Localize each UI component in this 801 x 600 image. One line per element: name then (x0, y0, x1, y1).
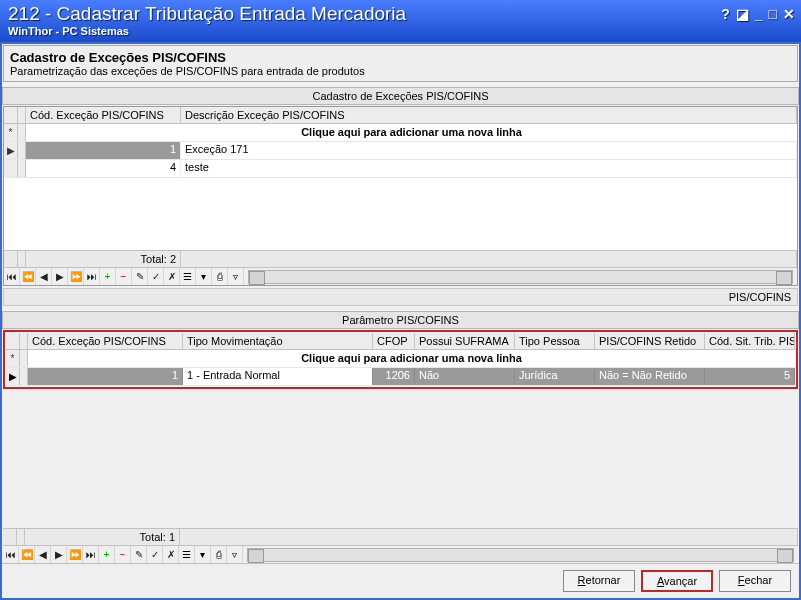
edit-icon[interactable]: ✎ (131, 546, 147, 563)
h-scrollbar[interactable] (247, 548, 794, 562)
funnel-icon[interactable]: ▿ (228, 268, 244, 285)
nextpage-icon[interactable]: ⏩ (67, 546, 83, 563)
print-icon[interactable]: ⎙ (211, 546, 227, 563)
close-icon[interactable]: ✕ (783, 6, 795, 22)
col-cfop[interactable]: CFOP (373, 333, 415, 349)
exceptions-grid: Cód. Exceção PIS/COFINS Descrição Exceçã… (3, 106, 798, 286)
minimize-icon[interactable]: _ (755, 6, 763, 22)
col-cst[interactable]: Cód. Sit. Trib. PIS/CO (705, 333, 795, 349)
col-code[interactable]: Cód. Exceção PIS/COFINS (26, 107, 181, 123)
dropdown-icon[interactable]: ▾ (196, 268, 212, 285)
window-titlebar: 212 - Cadastrar Tributação Entrada Merca… (0, 0, 801, 42)
edit-icon[interactable]: ✎ (132, 268, 148, 285)
params-highlight: Cód. Exceção PIS/COFINS Tipo Movimentaçã… (3, 330, 798, 389)
close-button[interactable]: Fechar (719, 570, 791, 592)
next-icon[interactable]: ▶ (51, 546, 67, 563)
piscofins-label: PIS/COFINS (729, 291, 791, 303)
registration-heading: Cadastro de Exceções PIS/COFINS (10, 50, 791, 65)
last-icon[interactable]: ⏭ (84, 268, 100, 285)
prevpage-icon[interactable]: ⏪ (19, 546, 35, 563)
check-icon[interactable]: ✓ (148, 268, 164, 285)
add-icon[interactable]: + (100, 268, 116, 285)
add-icon[interactable]: + (99, 546, 115, 563)
params-nav-bar: ⏮ ⏪ ◀ ▶ ⏩ ⏭ + − ✎ ✓ ✗ ☰ ▾ ⎙ ▿ (3, 545, 798, 563)
filter-icon[interactable]: ☰ (180, 268, 196, 285)
nextpage-icon[interactable]: ⏩ (68, 268, 84, 285)
exceptions-grid-footer: Total: 2 (4, 250, 797, 267)
first-icon[interactable]: ⏮ (3, 546, 19, 563)
params-grid-footer: Total: 1 (3, 528, 798, 545)
next-icon[interactable]: ▶ (52, 268, 68, 285)
prev-icon[interactable]: ◀ (36, 268, 52, 285)
col-code2[interactable]: Cód. Exceção PIS/COFINS (28, 333, 183, 349)
prevpage-icon[interactable]: ⏪ (20, 268, 36, 285)
next-button[interactable]: Avançar (641, 570, 713, 592)
first-icon[interactable]: ⏮ (4, 268, 20, 285)
col-suframa[interactable]: Possui SUFRAMA (415, 333, 515, 349)
help-icon[interactable]: ? (721, 6, 730, 22)
back-button[interactable]: Retornar (563, 570, 635, 592)
col-tipo-pessoa[interactable]: Tipo Pessoa (515, 333, 595, 349)
table-row[interactable]: ▶ 1 1 - Entrada Normal 1206 Não Jurídica… (6, 368, 795, 386)
col-retido[interactable]: PIS/COFINS Retido (595, 333, 705, 349)
registration-subheading: Parametrização das exceções de PIS/COFIN… (10, 65, 791, 77)
params-grid: Cód. Exceção PIS/COFINS Tipo Movimentaçã… (6, 333, 795, 386)
window-controls: ? ◪ _ □ ✕ (721, 6, 795, 22)
table-row[interactable]: 4 teste (4, 160, 797, 178)
params-grid-header: Cód. Exceção PIS/COFINS Tipo Movimentaçã… (6, 333, 795, 350)
cancel-icon[interactable]: ✗ (163, 546, 179, 563)
last-icon[interactable]: ⏭ (83, 546, 99, 563)
cancel-icon[interactable]: ✗ (164, 268, 180, 285)
window-subtitle: WinThor - PC Sistemas (8, 25, 793, 37)
config-icon[interactable]: ◪ (736, 6, 749, 22)
funnel-icon[interactable]: ▿ (227, 546, 243, 563)
registration-panel: Cadastro de Exceções PIS/COFINS Parametr… (3, 45, 798, 82)
prev-icon[interactable]: ◀ (35, 546, 51, 563)
exceptions-section-label: Cadastro de Exceções PIS/COFINS (2, 87, 799, 105)
action-buttons: Retornar Avançar Fechar (2, 563, 799, 598)
maximize-icon[interactable]: □ (769, 6, 777, 22)
exceptions-grid-body: * Clique aqui para adicionar uma nova li… (4, 124, 797, 178)
dropdown-icon[interactable]: ▾ (195, 546, 211, 563)
params-section-label: Parâmetro PIS/COFINS (2, 311, 799, 329)
client-area: Cadastro de Exceções PIS/COFINS Parametr… (0, 42, 801, 600)
new-row-placeholder[interactable]: * Clique aqui para adicionar uma nova li… (4, 124, 797, 142)
col-desc[interactable]: Descrição Exceção PIS/COFINS (181, 107, 797, 123)
table-row[interactable]: ▶ 1 Exceção 171 (4, 142, 797, 160)
delete-icon[interactable]: − (116, 268, 132, 285)
col-tipo-mov[interactable]: Tipo Movimentação (183, 333, 373, 349)
check-icon[interactable]: ✓ (147, 546, 163, 563)
h-scrollbar[interactable] (248, 270, 793, 284)
delete-icon[interactable]: − (115, 546, 131, 563)
window-title: 212 - Cadastrar Tributação Entrada Merca… (8, 3, 793, 25)
filter-icon[interactable]: ☰ (179, 546, 195, 563)
exceptions-nav-bar: ⏮ ⏪ ◀ ▶ ⏩ ⏭ + − ✎ ✓ ✗ ☰ ▾ ⎙ ▿ (4, 267, 797, 285)
new-row-placeholder[interactable]: * Clique aqui para adicionar uma nova li… (6, 350, 795, 368)
exceptions-grid-header: Cód. Exceção PIS/COFINS Descrição Exceçã… (4, 107, 797, 124)
print-icon[interactable]: ⎙ (212, 268, 228, 285)
